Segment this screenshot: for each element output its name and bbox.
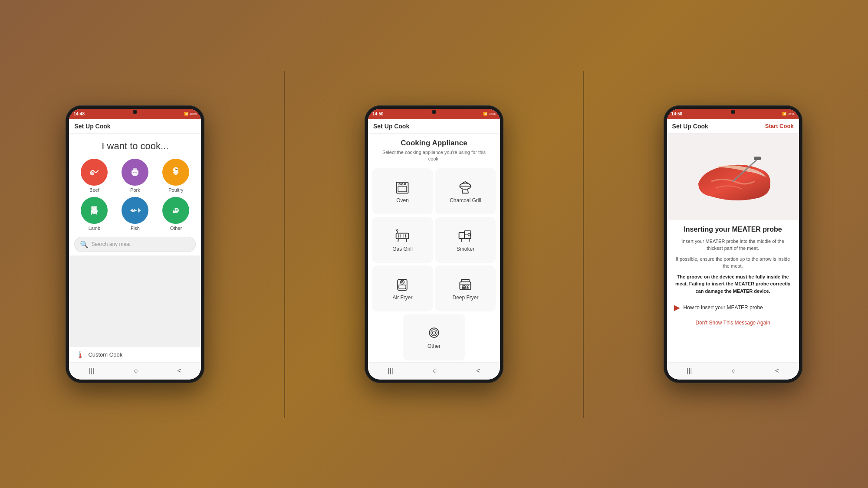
- fish-label: Fish: [131, 226, 140, 231]
- nav-menu-1[interactable]: |||: [89, 367, 94, 375]
- nav-home-1[interactable]: ○: [134, 367, 138, 375]
- probe-text1: Insert your MEATER probe into the middle…: [674, 238, 792, 252]
- nav-menu-2[interactable]: |||: [388, 367, 393, 375]
- custom-cook-icon: 🌡️: [76, 350, 85, 359]
- beef-label: Beef: [89, 187, 99, 193]
- svg-rect-69: [754, 157, 761, 160]
- meat-item-beef[interactable]: Beef: [76, 159, 112, 193]
- nav-home-2[interactable]: ○: [433, 367, 437, 375]
- poultry-circle: [162, 159, 189, 186]
- pork-icon: [127, 164, 143, 180]
- meat-item-other[interactable]: Other: [158, 197, 194, 231]
- phone1-wrapper: 14:48 📶 85% Set Up Cook I want to cook..…: [66, 105, 204, 383]
- svg-line-38: [406, 239, 407, 242]
- screen1-content: I want to cook... Beef: [69, 134, 201, 347]
- nav-bar-2: ||| ○ <: [368, 362, 500, 380]
- phone1: 14:48 📶 85% Set Up Cook I want to cook..…: [66, 105, 204, 383]
- meat-item-lamb[interactable]: Lamb: [76, 197, 112, 231]
- svg-point-1: [90, 172, 94, 175]
- fish-circle: [122, 197, 148, 224]
- appliance-title: Cooking Appliance: [368, 134, 500, 149]
- play-icon: ▶: [674, 303, 680, 312]
- nav-bar-1: ||| ○ <: [69, 362, 201, 380]
- nav-back-2[interactable]: <: [476, 367, 480, 375]
- screen2-content: Cooking Appliance Select the cooking app…: [368, 134, 500, 362]
- start-cook-button[interactable]: Start Cook: [765, 123, 794, 129]
- time-3: 14:50: [671, 111, 683, 116]
- scene: 14:48 📶 85% Set Up Cook I want to cook..…: [0, 0, 868, 488]
- svg-point-40: [397, 230, 398, 232]
- svg-rect-53: [399, 285, 406, 289]
- app-title-3: Set Up Cook: [672, 123, 708, 130]
- svg-point-25: [176, 209, 178, 211]
- camera-notch-1: [133, 110, 137, 114]
- lamb-icon: [86, 203, 102, 218]
- svg-point-16: [91, 206, 93, 209]
- probe-video-link[interactable]: ▶ How to insert your MEATER probe: [674, 303, 792, 312]
- camera-notch-3: [731, 110, 735, 114]
- poultry-icon: [168, 164, 184, 180]
- other-icon: [168, 203, 184, 218]
- gas-grill-icon: [395, 228, 410, 243]
- custom-cook-bar[interactable]: 🌡️ Custom Cook: [69, 347, 201, 362]
- svg-point-50: [468, 234, 470, 236]
- phone3-screen: 14:50 📶 85% Set Up Cook Start Cook: [667, 109, 799, 380]
- svg-point-0: [87, 165, 101, 179]
- meat-grid: Beef: [69, 156, 201, 233]
- svg-point-60: [467, 285, 469, 287]
- pork-label: Pork: [130, 187, 140, 193]
- probe-text2: If possible, ensure the portion up to th…: [674, 255, 792, 270]
- time-1: 14:48: [73, 111, 85, 116]
- oven-icon: [395, 179, 410, 195]
- appliance-smoker[interactable]: Smoker: [435, 217, 496, 263]
- app-bar-3: Set Up Cook Start Cook: [667, 119, 799, 134]
- dont-show-button[interactable]: Don't Show This Message Again: [674, 320, 792, 326]
- meat-item-fish[interactable]: Fish: [117, 197, 153, 231]
- svg-point-61: [462, 288, 464, 289]
- nav-bar-3: ||| ○ <: [667, 362, 799, 380]
- probe-video-text: How to insert your MEATER probe: [684, 305, 763, 311]
- svg-point-29: [402, 183, 404, 185]
- time-2: 14:50: [372, 111, 384, 116]
- nav-home-3[interactable]: ○: [731, 367, 736, 375]
- nav-menu-3[interactable]: |||: [687, 367, 692, 375]
- status-icons-2: 📶 85%: [483, 112, 496, 116]
- other-appliance-label: Other: [427, 343, 441, 349]
- search-bar[interactable]: 🔍 Search any meat: [74, 237, 196, 252]
- appliance-oven[interactable]: Oven: [372, 168, 433, 214]
- appliance-deepfryer[interactable]: Deep Fryer: [435, 265, 496, 311]
- smoker-icon: [457, 228, 473, 243]
- nav-back-1[interactable]: <: [178, 367, 181, 375]
- status-icons-1: 📶 85%: [184, 112, 197, 116]
- app-title-2: Set Up Cook: [373, 123, 409, 130]
- appliance-gas[interactable]: Gas Grill: [372, 217, 433, 263]
- appliance-other[interactable]: Other: [403, 314, 465, 360]
- beef-circle: [81, 159, 108, 186]
- svg-point-59: [465, 285, 467, 287]
- svg-point-63: [467, 288, 469, 289]
- status-icons-3: 📶 85%: [782, 112, 795, 116]
- svg-point-30: [404, 183, 406, 185]
- fish-icon: [127, 203, 143, 218]
- other-circle: [162, 197, 189, 224]
- beef-icon: [86, 164, 102, 180]
- nav-back-3[interactable]: <: [775, 367, 779, 375]
- svg-point-17: [95, 206, 97, 209]
- divider-2: [583, 71, 584, 418]
- svg-rect-46: [459, 233, 465, 239]
- svg-point-8: [136, 170, 138, 173]
- appliance-charcoal[interactable]: Charcoal Grill: [435, 168, 496, 214]
- phone2-wrapper: 14:50 📶 85% Set Up Cook Cooking Applianc…: [365, 105, 503, 383]
- meat-item-pork[interactable]: Pork: [117, 159, 153, 193]
- app-bar-1: Set Up Cook: [69, 119, 201, 134]
- other-label-1: Other: [170, 226, 182, 231]
- oven-label: Oven: [396, 197, 409, 203]
- pork-circle: [122, 159, 148, 186]
- appliance-airfryer[interactable]: Air Fryer: [372, 265, 433, 311]
- svg-point-7: [132, 170, 134, 173]
- meat-item-poultry[interactable]: Poultry: [158, 159, 194, 193]
- deep-fryer-icon: [457, 276, 473, 292]
- other-appliance-icon: [426, 325, 442, 341]
- lamb-circle: [81, 197, 108, 224]
- phone3-wrapper: 14:50 📶 85% Set Up Cook Start Cook: [664, 105, 802, 383]
